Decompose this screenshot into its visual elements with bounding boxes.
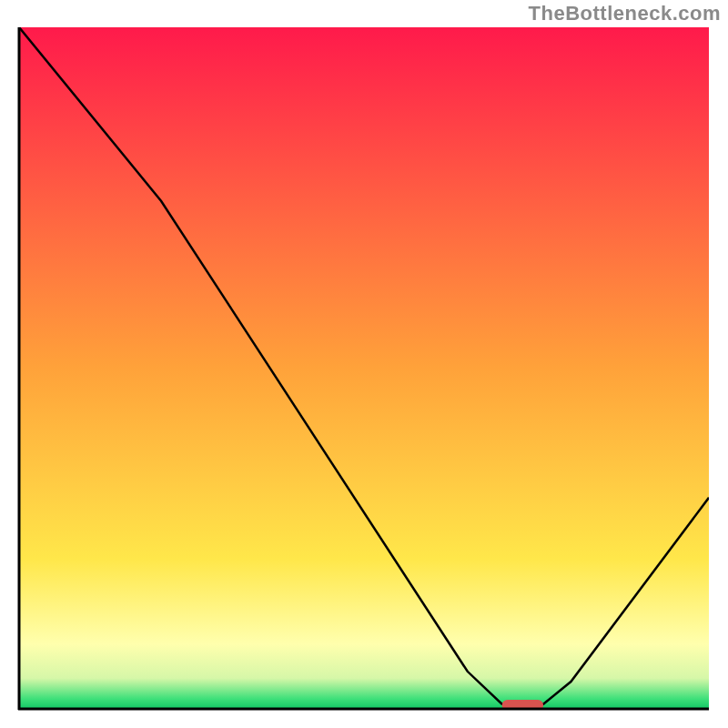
- bottleneck-chart: [0, 0, 728, 728]
- chart-container: { "watermark": "TheBottleneck.com", "cha…: [0, 0, 728, 728]
- watermark-text: TheBottleneck.com: [529, 2, 721, 25]
- gradient-background: [19, 27, 709, 709]
